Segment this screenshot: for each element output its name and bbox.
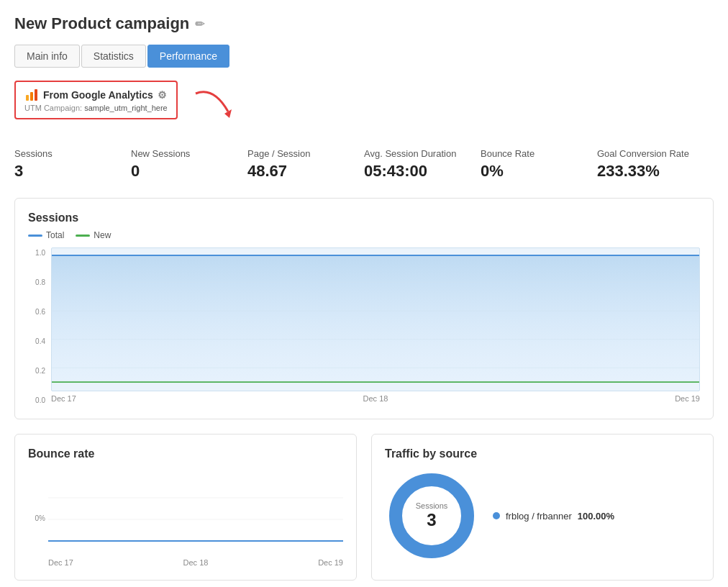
settings-icon[interactable]: ⚙ — [158, 89, 167, 101]
traffic-legend-item: frblog / frbanner 100.00% — [493, 511, 614, 522]
page-title: New Product campaign ✏ — [14, 14, 714, 33]
arrow-annotation — [192, 86, 242, 124]
svg-rect-0 — [26, 95, 29, 101]
svg-rect-2 — [35, 89, 37, 101]
traffic-pct: 100.00% — [578, 511, 614, 522]
tab-bar: Main info Statistics Performance — [14, 45, 714, 68]
title-text: New Product campaign — [14, 14, 189, 33]
annotation-arrow — [192, 86, 242, 122]
bounce-chart — [48, 469, 343, 555]
sessions-x-labels: Dec 17 Dec 18 Dec 19 — [51, 391, 700, 406]
traffic-dot — [493, 512, 500, 519]
legend-new-dot — [76, 235, 90, 237]
legend-total-dot — [28, 235, 42, 237]
svg-rect-1 — [30, 92, 33, 101]
tab-statistics[interactable]: Statistics — [81, 45, 146, 68]
metric-new-sessions: New Sessions 0 — [131, 148, 247, 181]
sessions-chart — [51, 247, 700, 391]
sessions-chart-title: Sessions — [28, 211, 700, 224]
metrics-row: Sessions 3 New Sessions 0 Page / Session… — [14, 148, 714, 181]
sessions-chart-legend: Total New — [28, 230, 700, 240]
traffic-source-title: Traffic by source — [385, 447, 700, 460]
donut-center: Sessions 3 — [416, 501, 448, 530]
bottom-cards: Bounce rate 0% Dec 17 Dec 18 — [14, 434, 714, 581]
traffic-legend: frblog / frbanner 100.00% — [493, 511, 614, 522]
utm-campaign-label: UTM Campaign: sample_utm_right_here — [24, 104, 168, 112]
svg-marker-4 — [52, 255, 699, 383]
legend-total: Total — [28, 230, 64, 240]
legend-new: New — [76, 230, 111, 240]
analytics-label: From Google Analytics — [43, 89, 153, 101]
metric-avg-duration: Avg. Session Duration 05:43:00 — [364, 148, 481, 181]
sessions-y-axis: 1.0 0.8 0.6 0.4 0.2 0.0 — [28, 247, 48, 406]
bounce-rate-title: Bounce rate — [28, 447, 343, 460]
bounce-rate-card: Bounce rate 0% Dec 17 Dec 18 — [14, 434, 357, 581]
metric-sessions: Sessions 3 — [14, 148, 131, 181]
google-analytics-icon — [24, 88, 39, 102]
traffic-source-card: Traffic by source Sessions 3 frblog / fr… — [371, 434, 714, 581]
metric-page-session: Page / Session 48.67 — [247, 148, 364, 181]
bounce-y-axis: 0% — [28, 469, 45, 567]
traffic-content: Sessions 3 frblog / frbanner 100.00% — [385, 469, 700, 563]
tab-performance[interactable]: Performance — [147, 45, 229, 68]
analytics-source-box: From Google Analytics ⚙ UTM Campaign: sa… — [14, 81, 178, 119]
metric-goal-conversion: Goal Conversion Rate 233.33% — [597, 148, 714, 181]
bounce-x-labels: Dec 17 Dec 18 Dec 19 — [48, 558, 343, 567]
sessions-chart-card: Sessions Total New 1.0 0.8 0.6 0.4 0.2 0… — [14, 198, 714, 419]
tab-main-info[interactable]: Main info — [14, 45, 80, 68]
metric-bounce-rate: Bounce Rate 0% — [481, 148, 597, 181]
donut-chart: Sessions 3 — [385, 469, 478, 563]
utm-value: sample_utm_right_here — [84, 104, 168, 112]
edit-icon[interactable]: ✏ — [195, 17, 204, 31]
